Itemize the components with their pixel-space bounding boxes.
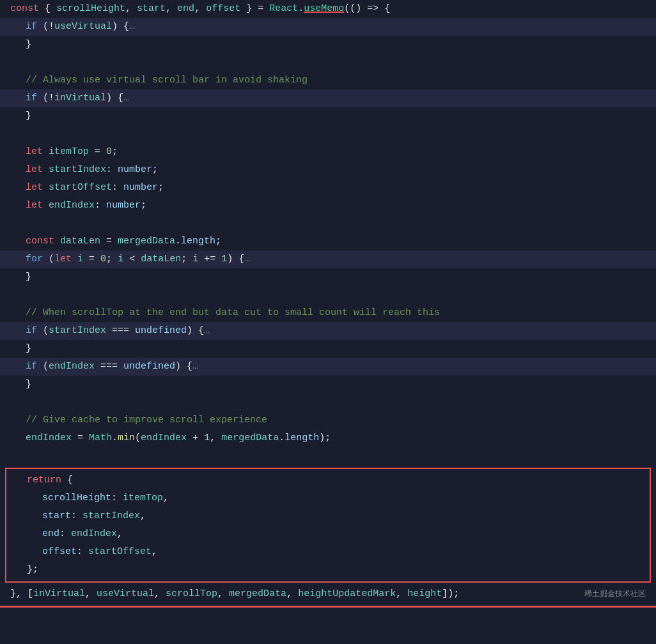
code-line-11: for ( let i = 0 ; i < dataLen ; i += 1 )… <box>0 250 656 268</box>
code-line-8: let startOffset : number ; <box>0 179 656 197</box>
code-line-1: const { scrollHeight , start , end , off… <box>0 0 656 18</box>
return-line-4: end : endIndex , <box>12 525 644 543</box>
return-line-3: start : startIndex , <box>12 507 644 525</box>
code-line-16: } <box>0 376 656 394</box>
code-line-7: let startIndex : number ; <box>0 161 656 179</box>
code-line-last: }, [ inVirtual , useVirtual , scrollTop … <box>0 585 656 608</box>
code-editor: const { scrollHeight , start , end , off… <box>0 0 656 644</box>
code-line-4: if (! inVirtual ) { … <box>0 89 656 107</box>
return-block: return { scrollHeight : itemTop , start … <box>5 468 651 583</box>
code-line-12: } <box>0 268 656 286</box>
code-line-empty-1 <box>0 54 656 72</box>
return-line-1: return { <box>12 471 644 489</box>
code-line-3: } <box>0 36 656 54</box>
code-line-comment-2: // When scrollTop at the end but data cu… <box>0 304 656 322</box>
watermark: 稀土掘金技术社区 <box>584 588 646 601</box>
code-line-empty-4 <box>0 286 656 304</box>
code-line-9: let endIndex : number ; <box>0 197 656 215</box>
code-line-6: let itemTop = 0 ; <box>0 143 656 161</box>
code-line-15: if ( endIndex === undefined ) { … <box>0 358 656 376</box>
code-line-2: if (! useVirtual ) { … <box>0 18 656 36</box>
code-line-empty-3 <box>0 215 656 233</box>
code-line-empty-5 <box>0 394 656 411</box>
code-line-14: } <box>0 340 656 358</box>
code-line-comment-3: // Give cache to improve scroll experien… <box>0 411 656 429</box>
code-line-comment-1: // Always use virtual scroll bar in avoi… <box>0 72 656 89</box>
code-line-empty-2 <box>0 125 656 143</box>
return-line-2: scrollHeight : itemTop , <box>12 489 644 507</box>
code-line-10: const dataLen = mergedData . length ; <box>0 233 656 250</box>
return-line-6: }; <box>12 561 644 579</box>
code-line-5: } <box>0 107 656 125</box>
code-line-empty-6 <box>0 447 656 465</box>
code-line-17: endIndex = Math . min ( endIndex + 1 , m… <box>0 429 656 447</box>
return-line-5: offset : startOffset , <box>12 543 644 561</box>
keyword-const: const <box>10 1 39 17</box>
code-line-13: if ( startIndex === undefined ) { … <box>0 322 656 340</box>
